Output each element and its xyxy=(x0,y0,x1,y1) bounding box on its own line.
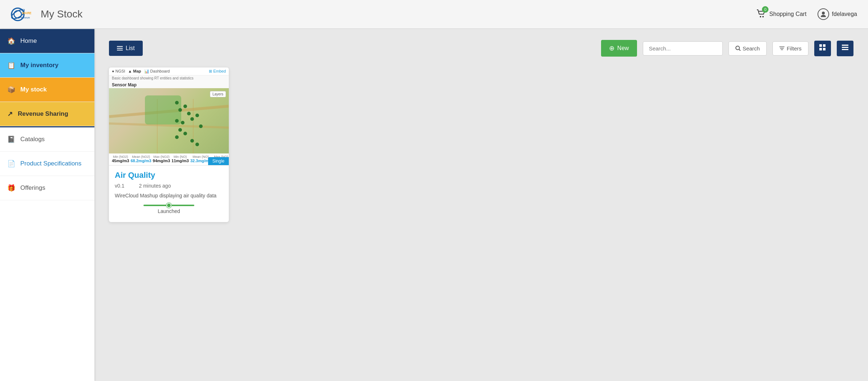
sidebar-label-home: Home xyxy=(20,37,37,45)
stat-min-no2: Min (NO2) 45mg/m3 xyxy=(112,155,129,163)
tab-ngsi[interactable]: ● NGSI xyxy=(112,69,125,74)
single-badge: Single xyxy=(208,157,229,165)
tab-dashboard[interactable]: 📊 Dashboard xyxy=(144,69,170,74)
list-button[interactable]: List xyxy=(109,41,143,56)
listview-icon xyxy=(842,44,848,51)
list-icon xyxy=(117,45,123,51)
product-spec-icon: 📄 xyxy=(7,160,15,168)
stock-icon: 📦 xyxy=(7,86,15,94)
new-button-label: New xyxy=(617,45,629,52)
tab-map[interactable]: ▲ Map xyxy=(128,69,141,74)
sidebar-label-product-spec: Product Specifications xyxy=(20,160,81,167)
svg-rect-23 xyxy=(842,49,848,50)
main-layout: 🏠 Home 📋 My inventory 📦 My stock ↗ Reven… xyxy=(0,29,868,381)
list-button-label: List xyxy=(126,45,135,52)
grid-view-button[interactable] xyxy=(814,41,831,56)
grid-icon xyxy=(819,44,826,51)
sidebar-item-home[interactable]: 🏠 Home xyxy=(0,29,94,53)
svg-point-1 xyxy=(14,11,22,18)
svg-text:tmforum: tmforum xyxy=(21,16,30,19)
new-button[interactable]: ⊕ New xyxy=(601,40,637,57)
logo-icon: FI WARE tmforum xyxy=(11,4,33,24)
card-mini-toolbar: ● NGSI ▲ Map 📊 Dashboard ⊞ Embed xyxy=(109,67,229,75)
header-right: 0 Shopping Cart fdelavega xyxy=(756,8,857,20)
product-description: WireCloud Mashup displaying air quality … xyxy=(115,192,223,200)
cart-label: Shopping Cart xyxy=(769,11,806,17)
search-icon xyxy=(735,46,741,51)
svg-point-6 xyxy=(760,16,761,17)
sidebar-item-my-stock[interactable]: 📦 My stock xyxy=(0,78,94,102)
search-button-label: Search xyxy=(743,45,760,52)
header: FI WARE tmforum My Stock 0 Shopping Cart xyxy=(0,0,868,29)
filters-icon xyxy=(779,46,784,51)
user-area[interactable]: fdelavega xyxy=(818,8,857,20)
inventory-icon: 📋 xyxy=(7,61,15,69)
card-body: Air Quality v0.1 2 minutes ago WireCloud… xyxy=(109,165,229,222)
card-subtitle: Basic dashboard showing RT entities and … xyxy=(109,75,229,82)
map-visualization: Layers xyxy=(109,88,229,153)
sidebar-label-my-inventory: My inventory xyxy=(20,62,58,69)
plus-icon: ⊕ xyxy=(609,44,615,52)
sidebar-label-offerings: Offerings xyxy=(20,184,45,192)
cart-badge: 0 xyxy=(756,8,766,20)
cart-area[interactable]: 0 Shopping Cart xyxy=(756,8,806,20)
cart-count: 0 xyxy=(762,6,768,13)
sidebar-item-revenue-sharing[interactable]: ↗ Revenue Sharing xyxy=(0,102,94,126)
svg-line-13 xyxy=(739,49,741,51)
search-button[interactable]: Search xyxy=(729,41,767,56)
svg-rect-9 xyxy=(117,46,123,47)
sidebar-item-product-specifications[interactable]: 📄 Product Specifications xyxy=(0,152,94,176)
status-dot xyxy=(166,203,171,208)
embed-button[interactable]: ⊞ Embed xyxy=(209,69,226,74)
layers-button[interactable]: Layers xyxy=(210,91,226,97)
stat-max-no2: Max (NO2) 94mg/m3 xyxy=(153,155,170,163)
username-label: fdelavega xyxy=(832,11,857,17)
svg-text:WARE: WARE xyxy=(22,11,32,15)
svg-rect-19 xyxy=(819,48,822,50)
page-title: My Stock xyxy=(41,8,82,20)
svg-rect-18 xyxy=(823,44,826,47)
svg-rect-17 xyxy=(819,44,822,47)
sidebar: 🏠 Home 📋 My inventory 📦 My stock ↗ Reven… xyxy=(0,29,94,381)
svg-point-8 xyxy=(822,12,825,15)
svg-point-12 xyxy=(736,46,739,50)
user-icon xyxy=(818,8,829,20)
card-preview: ● NGSI ▲ Map 📊 Dashboard ⊞ Embed Basic d… xyxy=(109,67,229,165)
sidebar-item-offerings[interactable]: 🎁 Offerings xyxy=(0,176,94,200)
toolbar: List ⊕ New Search Fil xyxy=(109,40,853,57)
home-icon: 🏠 xyxy=(7,37,15,45)
stat-min-no: Min (NO) 11mg/m3 xyxy=(171,155,189,163)
list-view-button[interactable] xyxy=(837,41,853,56)
product-version: v0.1 xyxy=(115,183,124,189)
catalogs-icon: 📓 xyxy=(7,135,15,143)
sidebar-label-my-stock: My stock xyxy=(20,86,47,93)
card-meta: v0.1 2 minutes ago xyxy=(115,183,223,189)
svg-rect-21 xyxy=(842,45,848,46)
svg-rect-20 xyxy=(823,48,826,50)
filters-button-label: Filters xyxy=(787,45,802,52)
product-time: 2 minutes ago xyxy=(139,183,171,189)
svg-rect-10 xyxy=(117,48,123,49)
svg-rect-11 xyxy=(117,50,123,50)
svg-rect-22 xyxy=(842,47,848,48)
offerings-icon: 🎁 xyxy=(7,184,15,192)
search-input[interactable] xyxy=(643,41,723,56)
stat-mean-no2: Mean (NO2) 68.2mg/m3 xyxy=(131,155,151,163)
revenue-icon: ↗ xyxy=(7,110,13,118)
sidebar-label-catalogs: Catalogs xyxy=(20,136,45,143)
filters-button[interactable]: Filters xyxy=(772,41,808,56)
status-label: Launched xyxy=(115,208,223,217)
svg-point-7 xyxy=(762,16,764,17)
status-track xyxy=(143,205,194,206)
status-line xyxy=(115,205,223,206)
product-card: ● NGSI ▲ Map 📊 Dashboard ⊞ Embed Basic d… xyxy=(109,67,229,222)
sidebar-item-catalogs[interactable]: 📓 Catalogs xyxy=(0,127,94,152)
product-name: Air Quality xyxy=(115,171,223,180)
sidebar-label-revenue-sharing: Revenue Sharing xyxy=(18,110,68,118)
sidebar-item-my-inventory[interactable]: 📋 My inventory xyxy=(0,53,94,78)
logo-area: FI WARE tmforum My Stock xyxy=(11,4,82,24)
main-content: List ⊕ New Search Fil xyxy=(94,29,868,381)
sensor-map-title: Sensor Map xyxy=(109,82,229,88)
